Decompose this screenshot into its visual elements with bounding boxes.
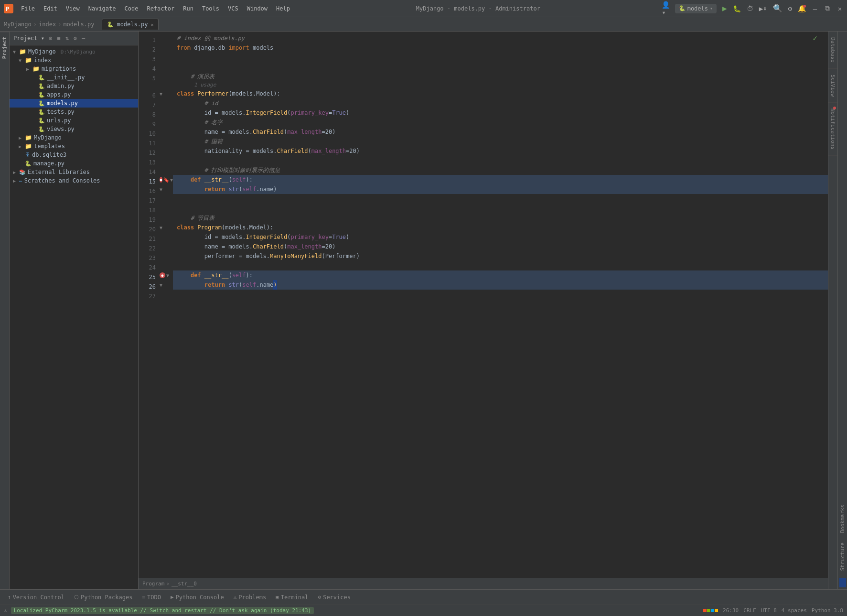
tree-item-migrations[interactable]: ▶ 📁 migrations xyxy=(10,65,138,73)
account-button[interactable]: 👤 ▾ xyxy=(663,5,669,12)
profile-button[interactable]: ⏱ xyxy=(747,5,753,12)
run-button[interactable]: ▶ xyxy=(722,4,727,13)
tree-item-apps[interactable]: 🐍 apps.py xyxy=(10,90,138,99)
fold-class1-icon[interactable]: ▼ xyxy=(160,91,162,97)
code-editor[interactable]: 1 2 3 4 5 6 7 8 9 10 11 12 13 1 xyxy=(139,32,828,578)
menu-code[interactable]: Code xyxy=(121,4,142,13)
search-button[interactable]: 🔍 xyxy=(773,4,783,13)
tree-item-templates[interactable]: ▶ 📁 templates xyxy=(10,142,138,151)
lang-indicator[interactable]: Python 3.8 xyxy=(812,607,843,614)
tree-item-manage[interactable]: 🐍 manage.py xyxy=(10,159,138,168)
fold-25-icon[interactable]: ▼ xyxy=(166,273,169,278)
tab-python-console[interactable]: ▶ Python Console xyxy=(167,592,228,603)
breadcrumb-file[interactable]: models.py xyxy=(63,21,94,28)
tab-python-packages[interactable]: ⬡ Python Packages xyxy=(70,592,136,603)
tree-item-tests[interactable]: 🐍 tests.py xyxy=(10,108,138,116)
menu-view[interactable]: View xyxy=(62,4,84,13)
maximize-button[interactable]: ⧉ xyxy=(824,5,831,12)
line-col-indicator[interactable]: 26:30 xyxy=(723,607,739,614)
structure-tab[interactable]: Structure xyxy=(838,538,847,576)
project-filter-icon[interactable]: ⇅ xyxy=(64,34,70,42)
tree-item-models[interactable]: 🐍 models.py xyxy=(10,99,138,108)
breakpoint-25-icon[interactable]: ● xyxy=(160,272,165,278)
tree-item-urls[interactable]: 🐍 urls.py xyxy=(10,116,138,125)
file-tab-models[interactable]: 🐍 models.py ✕ xyxy=(102,19,159,30)
run-config-selector[interactable]: 🐍 models ▾ xyxy=(675,4,717,13)
breadcrumb: MyDjango › index › models.py xyxy=(4,21,94,28)
tab-problems[interactable]: ⚠ Problems xyxy=(230,592,270,603)
code-line-20: class Program(models.Model): xyxy=(173,223,828,232)
tree-item-init[interactable]: 🐍 __init__.py xyxy=(10,73,138,82)
settings-button[interactable]: ⚙ xyxy=(788,5,792,12)
tree-item-db[interactable]: 🗄 db.sqlite3 xyxy=(10,151,138,159)
tree-item-mydjango-sub[interactable]: ▶ 📁 MyDjango xyxy=(10,133,138,142)
py-icon-apps: 🐍 xyxy=(38,92,45,98)
code-line-11: # 国籍 xyxy=(173,137,828,146)
fold-16-icon[interactable]: ▼ xyxy=(160,187,162,192)
menu-refactor[interactable]: Refactor xyxy=(143,4,178,13)
tree-item-admin[interactable]: 🐍 admin.py xyxy=(10,82,138,90)
code-line-6: class Performer(models.Model): xyxy=(173,89,828,98)
notifications-tab[interactable]: Notifications xyxy=(828,103,837,156)
project-tab[interactable]: Project xyxy=(0,32,10,64)
tree-item-ext-libs[interactable]: ▶ 📚 External Libraries xyxy=(10,168,138,176)
project-settings-icon[interactable]: ⚙ xyxy=(47,34,54,42)
breadcrumb-mydjango[interactable]: MyDjango xyxy=(4,21,32,28)
svg-text:P: P xyxy=(6,6,9,12)
code-line-26: return str(self.name) xyxy=(173,280,828,290)
menu-navigate[interactable]: Navigate xyxy=(85,4,120,13)
menu-window[interactable]: Window xyxy=(243,4,271,13)
menu-edit[interactable]: Edit xyxy=(40,4,61,13)
breadcrumb-program[interactable]: Program xyxy=(142,581,164,587)
more-run-button[interactable]: ▶⬇ xyxy=(759,5,767,12)
menu-run[interactable]: Run xyxy=(179,4,197,13)
fold-26-icon[interactable]: ▼ xyxy=(160,282,162,288)
tree-item-views[interactable]: 🐍 views.py xyxy=(10,125,138,133)
project-collapse-icon[interactable]: — xyxy=(80,34,86,42)
menu-file[interactable]: File xyxy=(17,4,39,13)
menu-help[interactable]: Help xyxy=(272,4,294,13)
tab-label: models.py xyxy=(117,21,148,28)
status-bar-left: ⚠ Localized PyCharm 2023.1.5 is availabl… xyxy=(4,607,699,614)
ext-libs-icon: 📚 xyxy=(19,169,26,175)
minimize-button[interactable]: — xyxy=(812,5,818,12)
tree-item-mydjango-root[interactable]: ▼ 📁 MyDjango D:\MyDjango xyxy=(10,47,138,56)
project-gear-icon[interactable]: ⚙ xyxy=(72,34,78,42)
line-ending-indicator[interactable]: CRLF xyxy=(743,607,756,614)
debug-button[interactable]: 🐛 xyxy=(733,5,741,12)
tab-version-control[interactable]: ↑ Version Control xyxy=(4,592,68,603)
bookmarks-tab[interactable]: Bookmarks xyxy=(838,500,847,538)
database-tab[interactable]: Database xyxy=(828,32,837,69)
manage-py-icon: 🐍 xyxy=(25,161,32,167)
py-icon-views: 🐍 xyxy=(38,126,45,132)
project-dropdown[interactable]: Project ▾ xyxy=(13,35,44,42)
menu-vcs[interactable]: VCS xyxy=(224,4,242,13)
tab-todo[interactable]: ≡ TODO xyxy=(138,592,165,603)
indent-indicator[interactable]: 4 spaces xyxy=(782,607,807,614)
sciview-tab[interactable]: SciView xyxy=(828,69,837,103)
close-button[interactable]: ✕ xyxy=(836,5,843,12)
tab-services[interactable]: ⚙ Services xyxy=(314,592,354,603)
code-content[interactable]: # index 的 models.py from django.db impor… xyxy=(173,32,828,578)
line-numbers: 1 2 3 4 5 6 7 8 9 10 11 12 13 1 xyxy=(139,33,160,301)
menu-tools[interactable]: Tools xyxy=(198,4,223,13)
breakpoint-15-icon[interactable]: ● xyxy=(160,177,162,183)
fold-class2-icon[interactable]: ▼ xyxy=(160,225,162,230)
encoding-indicator[interactable]: UTF-8 xyxy=(761,607,777,614)
usage-hint-1: 1 usage xyxy=(173,81,828,89)
project-list-icon[interactable]: ≡ xyxy=(55,34,62,42)
breadcrumb-index[interactable]: index xyxy=(39,21,56,28)
notification-button[interactable]: 🔔 xyxy=(798,5,806,12)
tab-terminal[interactable]: ▣ Terminal xyxy=(272,592,312,603)
update-notification[interactable]: Localized PyCharm 2023.1.5 is available … xyxy=(11,607,314,614)
tree-item-index[interactable]: ▼ 📁 index xyxy=(10,56,138,65)
todo-icon: ≡ xyxy=(142,594,145,600)
db-icon: 🗄 xyxy=(25,152,30,158)
app-logo: P xyxy=(4,4,13,13)
tree-item-scratches[interactable]: ▶ ✏ Scratches and Consoles xyxy=(10,176,138,185)
title-bar: P File Edit View Navigate Code Refactor … xyxy=(0,0,847,17)
breadcrumb-str0[interactable]: __str__0 xyxy=(172,581,197,587)
tab-close-button[interactable]: ✕ xyxy=(150,22,153,27)
code-line-10: name = models.CharField(max_length=20) xyxy=(173,127,828,137)
project-panel: Project ▾ ⚙ ≡ ⇅ ⚙ — ▼ 📁 MyDjango D:\MyDj… xyxy=(10,32,139,589)
